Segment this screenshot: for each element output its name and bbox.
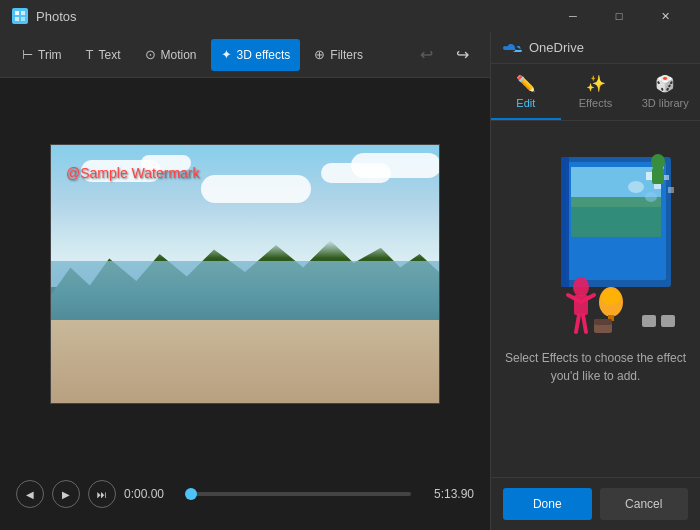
3dlibrary-tab-label: 3D library xyxy=(642,97,689,109)
toolbar: ⊢ Trim T Text ⊙ Motion ✦ 3D effects ⊕ Fi… xyxy=(0,32,490,78)
edit-tab-icon: ✏️ xyxy=(516,74,536,93)
duration-display: 5:13.90 xyxy=(419,487,474,501)
current-time: 0:00.00 xyxy=(124,487,179,501)
cloud-5 xyxy=(351,153,439,178)
rewind-button[interactable]: ◀ xyxy=(16,480,44,508)
tab-3dlibrary[interactable]: 🎲 3D library xyxy=(630,64,700,120)
svg-line-20 xyxy=(583,315,586,332)
svg-line-19 xyxy=(576,315,579,332)
effects-content: Select Effects to choose the effect you'… xyxy=(491,121,700,477)
svg-rect-22 xyxy=(652,168,664,184)
svg-rect-29 xyxy=(594,319,612,325)
cancel-button[interactable]: Cancel xyxy=(600,488,689,520)
close-button[interactable]: ✕ xyxy=(642,0,688,32)
svg-rect-0 xyxy=(15,11,19,15)
sand-bg xyxy=(51,320,439,403)
svg-rect-3 xyxy=(21,17,25,21)
title-bar: Photos ─ □ ✕ xyxy=(0,0,700,32)
editor-panel: ⊢ Trim T Text ⊙ Motion ✦ 3D effects ⊕ Fi… xyxy=(0,32,490,530)
svg-rect-26 xyxy=(642,315,656,327)
right-tabs: ✏️ Edit ✨ Effects 🎲 3D library xyxy=(491,64,700,121)
cloud-2 xyxy=(141,155,191,171)
timeline-track[interactable] xyxy=(187,492,411,496)
onedrive-icon xyxy=(503,41,523,55)
redo-button[interactable]: ↪ xyxy=(446,39,478,71)
svg-rect-13 xyxy=(668,187,674,193)
trim-button[interactable]: ⊢ Trim xyxy=(12,39,72,71)
onedrive-logo: OneDrive xyxy=(503,40,584,55)
main-area: ⊢ Trim T Text ⊙ Motion ✦ 3D effects ⊕ Fi… xyxy=(0,32,700,530)
maximize-button[interactable]: □ xyxy=(596,0,642,32)
effects-illustration xyxy=(506,137,686,337)
svg-point-25 xyxy=(601,289,621,305)
effects-3d-icon: ✦ xyxy=(221,47,232,62)
effects-3d-button[interactable]: ✦ 3D effects xyxy=(211,39,301,71)
text-icon: T xyxy=(86,47,94,62)
svg-rect-8 xyxy=(571,197,661,237)
onedrive-label: OneDrive xyxy=(529,40,584,55)
svg-rect-14 xyxy=(561,157,569,287)
svg-rect-12 xyxy=(664,175,669,180)
effects-description: Select Effects to choose the effect you'… xyxy=(503,349,688,385)
svg-point-15 xyxy=(573,277,589,297)
effects-tab-icon: ✨ xyxy=(586,74,606,93)
filters-icon: ⊕ xyxy=(314,47,325,62)
water-bg xyxy=(51,261,439,326)
right-panel-footer: Done Cancel xyxy=(491,477,700,530)
app-icon xyxy=(12,8,28,24)
svg-point-31 xyxy=(645,192,657,202)
step-forward-button[interactable]: ⏭ xyxy=(88,480,116,508)
tab-effects[interactable]: ✨ Effects xyxy=(561,64,631,120)
svg-rect-2 xyxy=(15,17,19,21)
app-title: Photos xyxy=(36,9,550,24)
window-controls: ─ □ ✕ xyxy=(550,0,688,32)
undo-button[interactable]: ↩ xyxy=(410,39,442,71)
playback-controls: ◀ ▶ ⏭ 0:00.00 5:13.90 xyxy=(16,480,474,508)
edit-tab-label: Edit xyxy=(516,97,535,109)
svg-point-30 xyxy=(628,181,644,193)
done-button[interactable]: Done xyxy=(503,488,592,520)
svg-rect-27 xyxy=(661,315,675,327)
text-button[interactable]: T Text xyxy=(76,39,131,71)
play-button[interactable]: ▶ xyxy=(52,480,80,508)
video-container: @Sample Watermark xyxy=(50,144,440,404)
cloud-3 xyxy=(201,175,311,203)
video-area: @Sample Watermark xyxy=(0,78,490,470)
motion-icon: ⊙ xyxy=(145,47,156,62)
minimize-button[interactable]: ─ xyxy=(550,0,596,32)
3dlibrary-tab-icon: 🎲 xyxy=(655,74,675,93)
timeline-thumb[interactable] xyxy=(185,488,197,500)
svg-rect-1 xyxy=(21,11,25,15)
timeline-area: ◀ ▶ ⏭ 0:00.00 5:13.90 xyxy=(0,470,490,530)
right-panel-header: OneDrive xyxy=(491,32,700,64)
trim-icon: ⊢ xyxy=(22,47,33,62)
effects-tab-label: Effects xyxy=(579,97,612,109)
video-placeholder: @Sample Watermark xyxy=(51,145,439,403)
svg-point-21 xyxy=(651,154,665,170)
right-panel: OneDrive ✏️ Edit ✨ Effects 🎲 3D library xyxy=(490,32,700,530)
motion-button[interactable]: ⊙ Motion xyxy=(135,39,207,71)
tab-edit[interactable]: ✏️ Edit xyxy=(491,64,561,120)
filters-button[interactable]: ⊕ Filters xyxy=(304,39,373,71)
